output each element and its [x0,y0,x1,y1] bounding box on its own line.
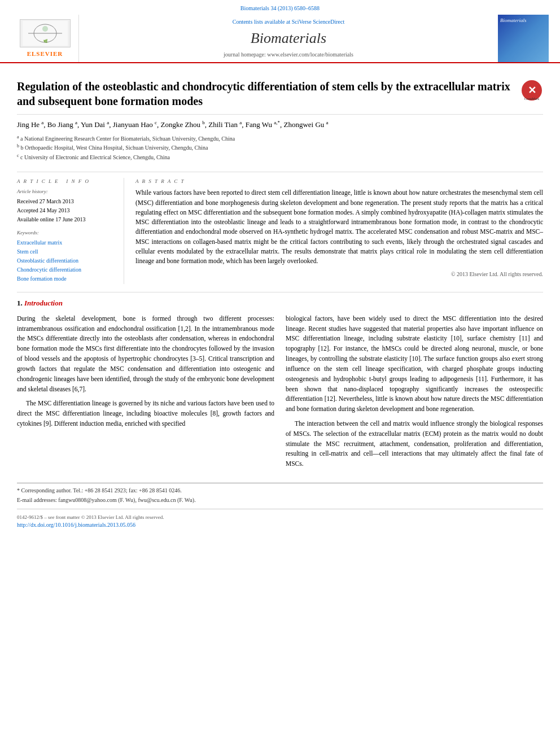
journal-homepage: journal homepage: www.elsevier.com/locat… [90,51,487,59]
elsevier-logo-image: 🌿 [20,19,71,47]
doi-link[interactable]: http://dx.doi.org/10.1016/j.biomaterials… [17,521,543,529]
email-addresses: E-mail addresses: fangwu0808@yahoo.com (… [17,496,543,504]
authors-section: Jing He a, Bo Jiang a, Yun Dai a, Jianyu… [17,115,543,166]
intro-p4: The interaction between the cell and mat… [286,419,543,469]
article-body: Regulation of the osteoblastic and chond… [0,63,560,535]
crossmark-icon: ✕ CrossMark [520,79,543,102]
authors: Jing He a, Bo Jiang a, Yun Dai a, Jianyu… [17,119,543,130]
section-title: Introduction [24,299,63,307]
article-info-label: A R T I C L E I N F O [17,178,118,185]
available-date: Available online 17 June 2013 [17,216,118,224]
svg-text:✕: ✕ [528,85,536,96]
sciverse-link: Contents lists available at SciVerse Sci… [90,18,487,26]
copyright: © 2013 Elsevier Ltd. All rights reserved… [135,270,543,278]
intro-col1: During the skeletal development, bone is… [17,314,274,474]
svg-text:CrossMark: CrossMark [524,97,540,101]
abstract-label: A B S T R A C T [135,178,543,185]
biomaterials-logo: Biomaterials [498,15,549,62]
keyword-5: Bone formation mode [17,275,118,283]
keyword-1: Extracellular matrix [17,239,118,247]
keyword-3: Osteoblastic differentiation [17,257,118,265]
keywords-label: Keywords: [17,229,118,237]
footer-section: * Corresponding author. Tel.: +86 28 854… [17,483,543,529]
article-title: Regulation of the osteoblastic and chond… [17,79,515,108]
article-info-abstract: A R T I C L E I N F O Article history: R… [17,172,543,284]
intro-col2: biological factors, have been widely use… [286,314,543,474]
journal-header: Biomaterials 34 (2013) 6580–6588 🌿 ELSEV… [0,0,560,63]
page: Biomaterials 34 (2013) 6580–6588 🌿 ELSEV… [0,0,560,747]
affiliations: a a National Engineering Research Center… [17,134,543,161]
svg-text:🌿: 🌿 [43,39,47,43]
journal-reference: Biomaterials 34 (2013) 6580–6588 [11,5,549,12]
elsevier-brand: ELSEVIER [27,50,63,58]
keyword-4: Chondrocytic differentiation [17,266,118,274]
journal-title-section: Contents lists available at SciVerse Sci… [79,15,498,62]
svg-point-4 [42,26,48,32]
corresponding-author-note: * Corresponding author. Tel.: +86 28 854… [17,487,543,495]
article-history-label: Article history: [17,188,118,195]
journal-name: Biomaterials [90,28,487,49]
biomaterials-logo-text: Biomaterials [500,17,527,24]
keywords-section: Keywords: Extracellular matrix Stem cell… [17,229,118,283]
section-number: 1. [17,299,23,307]
right-column: A B S T R A C T While various factors ha… [135,178,543,284]
keyword-2: Stem cell [17,248,118,256]
intro-body: During the skeletal development, bone is… [17,314,543,474]
footer-divider [17,509,543,509]
abstract-text: While various factors have been reported… [135,188,543,266]
intro-p3: biological factors, have been widely use… [286,314,543,414]
accepted-date: Accepted 24 May 2013 [17,207,118,215]
issn: 0142-9612/$ – see front matter © 2013 El… [17,514,543,521]
intro-p2: The MSC differentiation lineage is gover… [17,399,274,429]
introduction-section: 1. Introduction During the skeletal deve… [17,292,543,474]
intro-p1: During the skeletal development, bone is… [17,314,274,395]
elsevier-logo-section: 🌿 ELSEVIER [11,15,79,62]
section-heading: 1. Introduction [17,298,543,308]
article-title-section: Regulation of the osteoblastic and chond… [17,70,543,115]
left-column: A R T I C L E I N F O Article history: R… [17,178,124,284]
received-date: Received 27 March 2013 [17,198,118,206]
